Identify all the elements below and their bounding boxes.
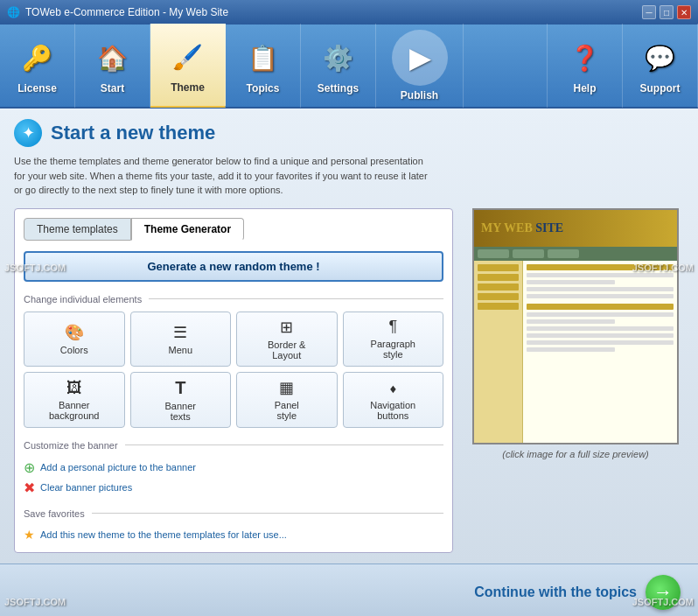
toolbar-label-license: License xyxy=(17,82,57,94)
license-icon: 🔑 xyxy=(17,37,59,79)
add-picture-link[interactable]: ⊕ Add a personal picture to the banner xyxy=(24,458,443,478)
clear-pictures-icon: ✖ xyxy=(24,480,35,496)
toolbar-spacer xyxy=(464,24,548,108)
toolbar-label-publish: Publish xyxy=(401,89,438,102)
panel-style-icon: ▦ xyxy=(279,378,294,397)
add-favorite-link[interactable]: ★ Add this new theme to the theme templa… xyxy=(24,526,443,543)
toolbar-label-theme: Theme xyxy=(171,81,205,94)
minimize-button[interactable]: ─ xyxy=(642,5,656,19)
banner-section: Customize the banner ⊕ Add a personal pi… xyxy=(24,440,443,498)
border-layout-icon: ⊞ xyxy=(280,318,293,337)
toolbar-item-start[interactable]: 🏠 Start xyxy=(75,24,150,108)
help-icon: ❓ xyxy=(564,37,606,79)
banner-texts-button[interactable]: T Banner texts xyxy=(130,372,232,428)
page-header-icon: ✦ xyxy=(14,119,42,147)
colors-button[interactable]: 🎨 Colors xyxy=(24,312,125,367)
preview-sidebar xyxy=(474,261,523,444)
window-title: TOWeb e-Commerce Edition - My Web Site xyxy=(25,6,228,18)
page-header: ✦ Start a new theme xyxy=(14,119,684,147)
toolbar-label-settings: Settings xyxy=(318,82,359,94)
window-controls: ─ □ ✕ xyxy=(642,5,691,19)
navigation-icon: ⬧ xyxy=(388,379,398,397)
paragraph-icon: ¶ xyxy=(388,318,397,336)
banner-bg-icon: 🖼 xyxy=(66,379,82,397)
toolbar-label-support: Support xyxy=(640,82,681,94)
preview-site-title: MY WEB SITE xyxy=(481,221,563,235)
preview-nav xyxy=(474,247,677,261)
save-favorites-label: Save favorites xyxy=(24,508,443,519)
continue-button[interactable]: → xyxy=(646,575,681,610)
support-icon: 💬 xyxy=(639,37,681,79)
toolbar-item-topics[interactable]: 📋 Topics xyxy=(226,24,301,108)
tab-theme-templates[interactable]: Theme templates xyxy=(24,218,131,241)
preview-nav-item xyxy=(513,249,544,258)
preview-body xyxy=(474,261,677,444)
settings-icon: ⚙️ xyxy=(318,37,359,79)
toolbar-label-help: Help xyxy=(573,82,596,94)
generate-button[interactable]: Generate a new random theme ! xyxy=(24,251,443,282)
toolbar-item-publish[interactable]: ▶ Publish xyxy=(376,24,464,108)
menu-icon: ☰ xyxy=(173,323,187,342)
publish-play-icon: ▶ xyxy=(392,30,448,86)
page-title: Start a new theme xyxy=(51,122,215,144)
continue-text: Continue with the topics xyxy=(474,584,637,600)
title-bar: 🌐 TOWeb e-Commerce Edition - My Web Site… xyxy=(0,0,698,24)
preview-site-header: MY WEB SITE xyxy=(474,210,677,247)
main-area: ✦ Start a new theme Use the theme templa… xyxy=(0,108,698,564)
preview-nav-item xyxy=(478,249,509,258)
preview-caption: (click image for a full size preview) xyxy=(502,449,649,459)
toolbar-item-settings[interactable]: ⚙️ Settings xyxy=(301,24,376,108)
banner-texts-icon: T xyxy=(175,378,185,398)
border-layout-button[interactable]: ⊞ Border & Layout xyxy=(236,312,338,367)
toolbar-item-support[interactable]: 💬 Support xyxy=(623,24,698,108)
page-description: Use the theme templates and theme genera… xyxy=(14,154,434,198)
clear-pictures-link[interactable]: ✖ Clear banner pictures xyxy=(24,478,443,498)
close-button[interactable]: ✕ xyxy=(677,5,691,19)
tabs: Theme templates Theme Generator xyxy=(24,218,443,241)
add-picture-icon: ⊕ xyxy=(24,459,35,476)
content-layout: Theme templates Theme Generator Generate… xyxy=(14,208,684,553)
favorite-star-icon: ★ xyxy=(24,528,35,542)
preview-panel: MY WEB SITE xyxy=(467,208,684,459)
theme-icon: 🖌️ xyxy=(167,36,209,78)
preview-main-content xyxy=(523,261,677,444)
panel-style-button[interactable]: ▦ Panel style xyxy=(236,372,338,428)
elements-grid: 🎨 Colors ☰ Menu ⊞ Border & Layout ¶ Para… xyxy=(24,312,443,428)
toolbar: 🔑 License 🏠 Start 🖌️ Theme 📋 Topics ⚙️ S… xyxy=(0,24,698,108)
change-elements-label: Change individual elements xyxy=(24,294,443,304)
continue-bar: Continue with the topics → xyxy=(0,564,698,617)
start-icon: 🏠 xyxy=(92,37,134,79)
favorites-section: Save favorites ★ Add this new theme to t… xyxy=(24,508,443,543)
toolbar-label-start: Start xyxy=(101,82,124,94)
preview-nav-item xyxy=(548,249,579,258)
customize-banner-label: Customize the banner xyxy=(24,440,443,451)
preview-image[interactable]: MY WEB SITE xyxy=(472,208,679,444)
toolbar-item-license[interactable]: 🔑 License xyxy=(0,24,75,108)
paragraph-style-button[interactable]: ¶ Paragraph style xyxy=(343,312,444,367)
toolbar-label-topics: Topics xyxy=(247,82,280,94)
tab-theme-generator[interactable]: Theme Generator xyxy=(131,218,244,241)
colors-icon: 🎨 xyxy=(65,323,84,342)
menu-button[interactable]: ☰ Menu xyxy=(130,312,232,367)
topics-icon: 📋 xyxy=(242,37,284,79)
app-icon: 🌐 xyxy=(7,6,20,18)
banner-background-button[interactable]: 🖼 Banner background xyxy=(24,372,125,428)
toolbar-item-theme[interactable]: 🖌️ Theme xyxy=(150,24,226,108)
left-panel: Theme templates Theme Generator Generate… xyxy=(14,208,453,553)
maximize-button[interactable]: □ xyxy=(660,5,674,19)
toolbar-item-help[interactable]: ❓ Help xyxy=(548,24,623,108)
navigation-buttons-button[interactable]: ⬧ Navigation buttons xyxy=(343,372,444,428)
